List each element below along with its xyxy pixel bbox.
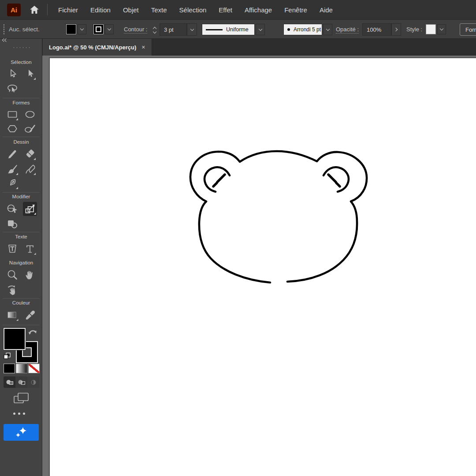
uniform-line-icon [206, 29, 223, 30]
eyedropper-tool[interactable] [23, 308, 37, 322]
collapse-panel-icon[interactable] [3, 40, 7, 41]
selection-status: Auc. sélect. [9, 26, 40, 33]
section-divider [3, 325, 40, 325]
panel-drag-handle[interactable] [3, 24, 5, 35]
touch-type-tool[interactable] [5, 242, 19, 256]
chevron-right-icon [394, 28, 397, 31]
document-tab[interactable]: Logo.ai* @ 50 % (CMJN/Aperçu) × [43, 39, 152, 56]
section-divider [3, 298, 40, 299]
type-tool[interactable] [23, 242, 37, 256]
sparkles-icon [13, 426, 29, 439]
stroke-hole [96, 26, 101, 32]
menu-fichier[interactable]: Fichier [56, 4, 81, 15]
stroke-weight-dropdown[interactable] [187, 23, 197, 36]
control-bar: Auc. sélect. Contour : 3 pt Uniforme Arr… [0, 19, 476, 39]
stroke-weight-input[interactable]: 3 pt [160, 23, 187, 36]
ellipse-tool[interactable] [23, 108, 37, 122]
menu-edition[interactable]: Edition [88, 4, 113, 15]
fill-indicator[interactable] [4, 328, 26, 350]
bear-right-ear-hatches[interactable] [328, 175, 340, 186]
document-title: Logo.ai* @ 50 % (CMJN/Aperçu) [49, 44, 136, 51]
curvature-tool[interactable] [23, 162, 37, 176]
shape-button[interactable]: Form [460, 23, 476, 36]
style-dropdown[interactable] [437, 24, 446, 34]
scale-tool[interactable] [23, 202, 37, 216]
selection-tool[interactable] [5, 67, 19, 81]
draw-inside-mode-button[interactable] [27, 376, 39, 388]
chevron-down-icon [326, 27, 329, 30]
menu-affichage[interactable]: Affichage [242, 4, 275, 15]
polygon-tool[interactable] [5, 122, 19, 136]
bear-right-inner-ear[interactable] [324, 167, 349, 192]
opacity-input[interactable]: 100% [362, 23, 391, 36]
menu-fenetre[interactable]: Fenêtre [282, 4, 310, 15]
eraser-tool[interactable] [23, 147, 37, 161]
opacity-more-button[interactable] [391, 23, 401, 36]
color-swatch-none[interactable] [28, 364, 40, 373]
tools-panel: Sélection Formes Dessin [0, 39, 42, 476]
chevron-down-icon [108, 27, 111, 30]
gradient-tool[interactable] [5, 308, 19, 322]
hand-tool[interactable] [23, 268, 37, 282]
section-label-selection: Sélection [0, 60, 42, 65]
rotate-tool[interactable] [5, 202, 19, 216]
canvas-area[interactable] [42, 56, 476, 476]
shape-builder-tool[interactable] [5, 217, 19, 231]
fill-color-swatch[interactable] [66, 24, 76, 34]
rotate-view-tool[interactable] [5, 283, 19, 297]
paintbrush-tool[interactable] [5, 162, 19, 176]
stroke-weight-label[interactable]: Contour : [124, 26, 147, 33]
width-profile-dropdown[interactable] [256, 24, 265, 35]
bear-artwork[interactable] [42, 56, 476, 476]
direct-selection-tool[interactable] [23, 67, 37, 81]
artboards-icon[interactable] [12, 391, 30, 405]
stroke-color-swatch[interactable] [93, 24, 104, 34]
menu-selection[interactable]: Sélection [177, 4, 209, 15]
color-swatch-black[interactable] [4, 364, 15, 373]
round-brush-dot-icon [287, 28, 290, 31]
pen-tool[interactable] [5, 176, 19, 190]
pencil-tool[interactable] [5, 147, 19, 161]
chevron-down-icon [440, 27, 443, 30]
illustrator-logo-icon[interactable]: Ai [7, 4, 21, 16]
menu-objet[interactable]: Objet [120, 4, 141, 15]
edit-toolbar-ellipsis[interactable] [13, 413, 25, 415]
default-colors-icon[interactable] [3, 351, 11, 360]
section-divider [3, 98, 40, 98]
lasso-tool[interactable] [5, 81, 19, 95]
document-tab-bar: Logo.ai* @ 50 % (CMJN/Aperçu) × [42, 39, 476, 56]
draw-behind-mode-button[interactable] [15, 376, 27, 388]
menu-effet[interactable]: Effet [216, 4, 235, 15]
close-tab-icon[interactable]: × [141, 44, 145, 51]
menu-aide[interactable]: Aide [317, 4, 335, 15]
toolbar-drag-handle[interactable] [12, 47, 30, 48]
menu-items: Fichier Edition Objet Texte Sélection Ef… [56, 4, 335, 15]
width-profile-value: Uniforme [226, 26, 249, 33]
bear-head-outline[interactable] [190, 151, 367, 283]
bear-left-inner-ear[interactable] [205, 167, 230, 192]
color-swatch-gradient[interactable] [16, 364, 27, 373]
brush-dropdown[interactable] [323, 24, 332, 35]
stroke-weight-stepper[interactable] [152, 23, 158, 36]
generative-ai-button[interactable] [4, 424, 39, 441]
stroke-color-dropdown[interactable] [105, 24, 114, 34]
width-profile-select[interactable]: Uniforme [202, 24, 255, 35]
brush-select[interactable]: Arrondi 5 pt [283, 24, 322, 35]
style-swatch[interactable] [426, 24, 436, 34]
fill-color-dropdown[interactable] [78, 24, 86, 34]
bear-left-ear-hatches[interactable] [213, 175, 225, 186]
zoom-tool[interactable] [5, 268, 19, 282]
swap-fill-stroke-icon[interactable] [27, 327, 37, 335]
chevron-down-icon [258, 27, 262, 30]
section-label-formes: Formes [0, 100, 42, 105]
shaper-tool[interactable] [23, 122, 37, 136]
opacity-label[interactable]: Opacité : [336, 26, 359, 33]
illustrator-app: { "app": { "badge": "Ai" }, "menubar": {… [0, 0, 476, 476]
home-icon[interactable] [28, 3, 41, 16]
chevron-down-icon [190, 27, 193, 30]
draw-normal-mode-button[interactable] [4, 376, 15, 388]
section-label-navigation: Navigation [0, 260, 42, 265]
rectangle-tool[interactable] [5, 108, 19, 122]
chevron-down-icon [80, 27, 84, 30]
menu-texte[interactable]: Texte [149, 4, 170, 15]
